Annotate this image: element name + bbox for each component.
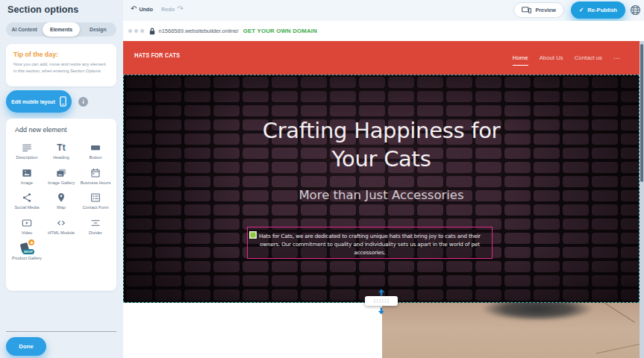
element-image[interactable]: Image xyxy=(10,163,44,189)
heading-icon: Tt xyxy=(57,142,65,154)
site-nav: Home About Us Contact us ⋯ xyxy=(513,41,620,75)
lock-icon xyxy=(149,28,155,35)
video-icon xyxy=(21,217,33,229)
globe-icon xyxy=(630,4,641,16)
description-icon xyxy=(21,142,33,154)
tip-of-the-day-card: Tip of the day: Now you can add, move an… xyxy=(6,44,116,87)
browser-dots xyxy=(128,29,144,33)
page-title: Section options xyxy=(7,4,78,15)
redo-button[interactable]: Redo xyxy=(161,5,184,13)
resize-arrow-up-icon[interactable] xyxy=(378,289,385,296)
undo-icon xyxy=(131,5,137,13)
hero-paragraph: Hats for Cats, we are dedicated to craft… xyxy=(254,232,486,257)
section-resize-handle[interactable] xyxy=(365,296,398,306)
scrollbar-thumb[interactable] xyxy=(640,44,643,182)
element-button[interactable]: Button xyxy=(78,138,113,163)
add-element-card: Add new element Description Tt Heading B… xyxy=(6,119,116,291)
republish-button[interactable]: Re-Publish xyxy=(571,1,625,19)
image-icon xyxy=(21,167,33,179)
resize-arrow-down-icon[interactable] xyxy=(378,307,385,315)
cat-photo xyxy=(382,303,640,358)
preview-button[interactable]: Preview xyxy=(513,2,564,18)
tab-design[interactable]: Design xyxy=(80,22,116,37)
element-contact-form[interactable]: Contact Form xyxy=(78,188,113,213)
selection-handle-icon[interactable] xyxy=(249,231,257,239)
tip-body: Now you can add, move and resize any ele… xyxy=(13,61,109,75)
phone-icon xyxy=(60,96,66,107)
add-element-title: Add new element xyxy=(6,119,116,136)
undo-button[interactable]: Undo xyxy=(131,5,153,13)
tip-title: Tip of the day: xyxy=(13,51,109,58)
cat-shadow xyxy=(463,303,612,325)
element-image-gallery[interactable]: Image Gallery xyxy=(44,163,78,189)
edit-mobile-layout-button[interactable]: Edit mobile layout xyxy=(6,90,72,113)
done-button[interactable]: Done xyxy=(6,337,46,356)
element-grid: Description Tt Heading Button Image Imag… xyxy=(6,136,116,264)
contact-form-icon xyxy=(90,192,101,204)
map-pin-icon xyxy=(55,192,67,204)
nav-more-icon[interactable]: ⋯ xyxy=(613,54,620,62)
info-icon[interactable] xyxy=(78,97,88,107)
check-icon xyxy=(579,7,584,13)
element-product-gallery[interactable]: SHOP Product Gallery xyxy=(10,238,44,264)
shop-badge: SHOP xyxy=(22,249,34,254)
button-icon xyxy=(90,142,101,154)
image-gallery-icon xyxy=(55,167,67,179)
section-options-panel: Section options AI Content Elements Desi… xyxy=(0,0,123,358)
business-hours-icon xyxy=(90,167,101,179)
language-globe-button[interactable] xyxy=(628,3,642,16)
hero-section[interactable]: Crafting Happiness for Your Cats More th… xyxy=(123,75,640,303)
panel-divider xyxy=(6,331,116,332)
product-gallery-icon: SHOP xyxy=(19,242,35,254)
panel-tabs: AI Content Elements Design xyxy=(6,22,116,37)
topbar: Undo Redo Preview Re-Publish xyxy=(123,0,644,21)
element-social-media[interactable]: Social Media xyxy=(10,188,44,213)
devices-icon xyxy=(522,7,531,13)
drag-dots-icon xyxy=(373,298,390,304)
element-business-hours[interactable]: Business Hours xyxy=(78,163,113,189)
social-media-icon xyxy=(21,192,33,204)
site-url: n1566589.websitebuilder.online/ xyxy=(159,28,239,34)
hero-subheading[interactable]: More than Just Accessories xyxy=(124,188,639,202)
app: Section options AI Content Elements Desi… xyxy=(0,0,644,358)
edit-mobile-layout-label: Edit mobile layout xyxy=(11,99,55,104)
new-badge-icon xyxy=(28,239,34,245)
redo-icon xyxy=(177,5,183,13)
browser-bar: n1566589.websitebuilder.online/ GET YOUR… xyxy=(123,21,644,41)
element-divider[interactable]: Divider xyxy=(78,213,113,239)
tab-elements[interactable]: Elements xyxy=(43,22,79,37)
site-header: HATS FOR CATS Home About Us Contact us ⋯ xyxy=(123,41,640,75)
element-heading[interactable]: Tt Heading xyxy=(44,138,78,163)
nav-home[interactable]: Home xyxy=(513,54,528,66)
site-logo[interactable]: HATS FOR CATS xyxy=(134,51,180,60)
element-video[interactable]: Video xyxy=(10,213,44,239)
tab-ai-content[interactable]: AI Content xyxy=(6,22,43,37)
nav-about-us[interactable]: About Us xyxy=(540,54,563,61)
site-preview: HATS FOR CATS Home About Us Contact us ⋯… xyxy=(123,41,640,358)
element-description[interactable]: Description xyxy=(10,138,44,163)
get-domain-link[interactable]: GET YOUR OWN DOMAIN xyxy=(243,28,317,34)
element-html-module[interactable]: HTML Module xyxy=(44,213,78,239)
nav-contact-us[interactable]: Contact us xyxy=(575,54,602,61)
divider-icon xyxy=(90,217,101,229)
preview-scrollbar[interactable] xyxy=(640,41,644,358)
element-map[interactable]: Map xyxy=(44,188,78,213)
hero-heading[interactable]: Crafting Happiness for Your Cats xyxy=(243,116,519,174)
html-module-icon xyxy=(55,217,67,229)
selected-text-element[interactable]: Hats for Cats, we are dedicated to craft… xyxy=(247,227,493,259)
